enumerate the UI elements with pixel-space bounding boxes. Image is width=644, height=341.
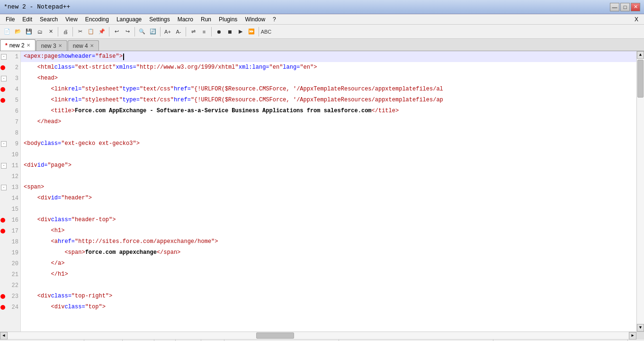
tb-save[interactable]: 💾 <box>24 27 34 37</box>
tb-undo[interactable]: ↩ <box>111 27 122 37</box>
fold-marker-9[interactable]: - <box>1 141 7 147</box>
code-line-13: <span> <box>21 182 636 193</box>
maximize-button[interactable]: □ <box>620 3 630 11</box>
tb-copy[interactable]: 📋 <box>86 27 96 37</box>
scroll-up-arrow[interactable]: ▲ <box>637 51 644 59</box>
tab-label: new 3 <box>41 43 56 49</box>
tb-spell[interactable]: ABC <box>261 27 271 37</box>
gutter-line-3: - 3 <box>0 73 20 84</box>
code-line-15 <box>21 204 636 215</box>
tb-redo[interactable]: ↪ <box>122 27 133 37</box>
gutter-line-13: - 13 <box>0 182 20 193</box>
code-line-14: <div id="header"> <box>21 193 636 204</box>
menu-macro[interactable]: Macro <box>174 15 197 24</box>
tab-close-btn[interactable]: ✕ <box>27 43 30 48</box>
title-bar-controls: — □ ✕ <box>610 3 640 11</box>
tab-new4[interactable]: new 4 ✕ <box>68 40 99 51</box>
code-line-21: </h1> <box>21 269 636 280</box>
scroll-thumb-v[interactable] <box>637 60 644 98</box>
tb-print[interactable]: 🖨 <box>60 27 71 37</box>
fold-marker-1[interactable]: - <box>1 54 7 60</box>
menu-search[interactable]: Search <box>36 15 62 24</box>
tb-replace[interactable]: 🔄 <box>148 27 158 37</box>
gutter-line-4: 4 <box>0 84 20 95</box>
code-line-6: <title>Force.com AppExchange - Software-… <box>21 106 636 117</box>
tb-sep-7 <box>211 27 212 36</box>
scroll-left-arrow[interactable]: ◄ <box>0 332 8 340</box>
code-line-17: <h1> <box>21 225 636 236</box>
gutter-line-14: 14 <box>0 193 20 204</box>
gutter-line-15: 15 <box>0 204 20 215</box>
code-editor[interactable]: <apex:page showheader="false"> <html cla… <box>21 51 636 332</box>
scroll-down-arrow[interactable]: ▼ <box>637 324 644 332</box>
tab-new2[interactable]: * new 2 ✕ <box>0 39 36 51</box>
code-value: "false" <box>95 51 119 62</box>
tb-cut[interactable]: ✂ <box>75 27 85 37</box>
fold-marker-13[interactable]: - <box>1 185 7 190</box>
menu-settings[interactable]: Settings <box>145 15 173 24</box>
tb-new[interactable]: 📄 <box>2 27 12 37</box>
scroll-right-arrow[interactable]: ► <box>629 332 636 340</box>
tb-sep-6 <box>186 27 186 36</box>
tb-find[interactable]: 🔍 <box>137 27 147 37</box>
menu-close-all[interactable]: X <box>631 15 642 24</box>
breakpoint-2 <box>0 65 5 70</box>
tb-macro-stop[interactable]: ⏹ <box>224 27 235 37</box>
menu-plugins[interactable]: Plugins <box>215 15 241 24</box>
tb-paste[interactable]: 📌 <box>97 27 107 37</box>
tb-macro-play[interactable]: ▶ <box>235 27 246 37</box>
code-tag: <apex:page <box>24 51 58 62</box>
breakpoint-4 <box>0 87 5 92</box>
tb-close[interactable]: ✕ <box>45 27 56 37</box>
tb-indent[interactable]: ≡ <box>199 27 209 37</box>
gutter-line-9: - 9 <box>0 138 20 149</box>
menu-run[interactable]: Run <box>197 15 215 24</box>
menu-encoding[interactable]: Encoding <box>81 15 113 24</box>
gutter-line-2: 2 <box>0 62 20 73</box>
gutter-line-6: 6 <box>0 106 20 117</box>
gutter-line-24: 24 <box>0 302 20 313</box>
gutter-line-20: 20 <box>0 258 20 269</box>
scroll-track-v[interactable] <box>637 59 644 324</box>
gutter-line-18: 18 <box>0 236 20 247</box>
menu-edit[interactable]: Edit <box>18 15 36 24</box>
gutter-line-7: 7 <box>0 117 20 127</box>
minimize-button[interactable]: — <box>610 3 619 11</box>
gutter-line-8: 8 <box>0 127 20 138</box>
breakpoint-23 <box>0 294 5 299</box>
code-lines: <apex:page showheader="false"> <html cla… <box>21 51 636 313</box>
tab-close-btn[interactable]: ✕ <box>58 43 62 48</box>
close-button[interactable]: ✕ <box>631 3 640 11</box>
scroll-track-h[interactable] <box>8 332 629 339</box>
tb-sep-4 <box>134 27 135 36</box>
menu-file[interactable]: File <box>2 15 18 24</box>
tb-macro-rec[interactable]: ⏺ <box>214 27 224 37</box>
menu-help[interactable]: ? <box>269 15 280 24</box>
code-attr: showheader= <box>58 51 95 62</box>
menu-language[interactable]: Language <box>113 15 145 24</box>
code-line-22 <box>21 280 636 291</box>
code-line-5: <link rel="stylesheet" type="text/css" h… <box>21 95 636 106</box>
fold-marker-11[interactable]: - <box>1 163 7 169</box>
menu-window[interactable]: Window <box>241 15 269 24</box>
tab-close-btn[interactable]: ✕ <box>90 43 94 48</box>
tb-zoom-out[interactable]: A- <box>173 27 184 37</box>
gutter-line-23: 23 <box>0 291 20 302</box>
code-line-12 <box>21 171 636 182</box>
code-line-24: <div class="top"> <box>21 302 636 313</box>
scroll-thumb-h[interactable] <box>256 332 294 339</box>
gutter-line-11: - 11 <box>0 160 20 171</box>
tb-save-all[interactable]: 🗂 <box>35 27 45 37</box>
menu-view[interactable]: View <box>62 15 81 24</box>
gutter-line-21: 21 <box>0 269 20 280</box>
tb-macro-fast[interactable]: ⏩ <box>246 27 257 37</box>
breakpoint-17 <box>0 229 5 233</box>
breakpoint-16 <box>0 218 5 223</box>
tb-sep-2 <box>72 27 73 36</box>
tb-wrap[interactable]: ⇌ <box>188 27 198 37</box>
fold-marker-3[interactable]: - <box>1 76 7 81</box>
tb-zoom-in[interactable]: A+ <box>162 27 173 37</box>
tab-new3[interactable]: new 3 ✕ <box>36 40 67 51</box>
tb-open[interactable]: 📂 <box>13 27 23 37</box>
title-bar-text: *new 2 - Notepad++ <box>4 3 70 10</box>
